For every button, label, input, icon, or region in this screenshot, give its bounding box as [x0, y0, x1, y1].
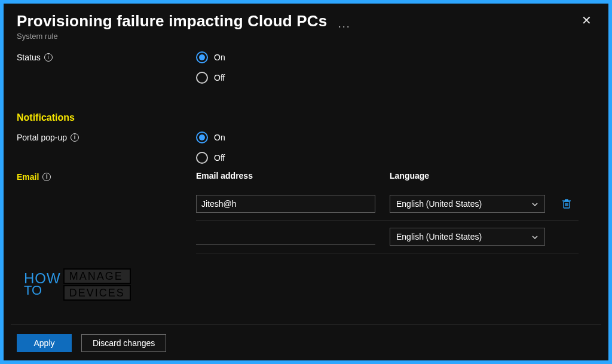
portal-radio-on[interactable]: On — [196, 131, 595, 143]
discard-button[interactable]: Discard changes — [81, 334, 166, 352]
info-icon[interactable]: i — [71, 133, 79, 142]
language-select[interactable]: English (United States) — [390, 228, 545, 246]
row-divider — [196, 220, 579, 221]
delete-row-button[interactable] — [559, 197, 574, 211]
info-icon[interactable]: i — [44, 53, 53, 62]
email-address-header: Email address — [196, 171, 375, 181]
watermark-logo: HOW TO MANAGE DEVICES — [24, 268, 131, 301]
portal-radio-off[interactable]: Off — [196, 152, 595, 164]
portal-popup-label: Portal pop-up i — [17, 131, 196, 142]
footer-divider — [11, 324, 601, 325]
notifications-heading: Notifications — [17, 112, 595, 123]
chevron-down-icon — [531, 200, 538, 207]
email-row: English (United States) — [196, 189, 595, 219]
email-row: English (United States) — [196, 222, 595, 252]
email-language-header: Language — [390, 171, 551, 181]
page-subtitle: System rule — [17, 32, 595, 41]
row-divider — [196, 253, 579, 253]
language-select[interactable]: English (United States) — [390, 195, 545, 213]
more-menu[interactable]: ··· — [338, 20, 351, 32]
status-radio-on[interactable]: On — [196, 51, 595, 63]
status-label: Status i — [17, 51, 196, 62]
close-icon[interactable]: ✕ — [578, 12, 595, 29]
status-radio-off[interactable]: Off — [196, 72, 595, 84]
portal-radio-group: On Off — [196, 131, 595, 164]
email-label: Email i — [17, 171, 196, 182]
email-input[interactable] — [196, 195, 375, 213]
info-icon[interactable]: i — [42, 173, 51, 181]
chevron-down-icon — [531, 233, 538, 240]
apply-button[interactable]: Apply — [17, 334, 72, 352]
status-radio-group: On Off — [196, 51, 595, 84]
page-title: Provisioning failure impacting Cloud PCs — [17, 12, 327, 30]
email-input[interactable] — [196, 229, 375, 244]
